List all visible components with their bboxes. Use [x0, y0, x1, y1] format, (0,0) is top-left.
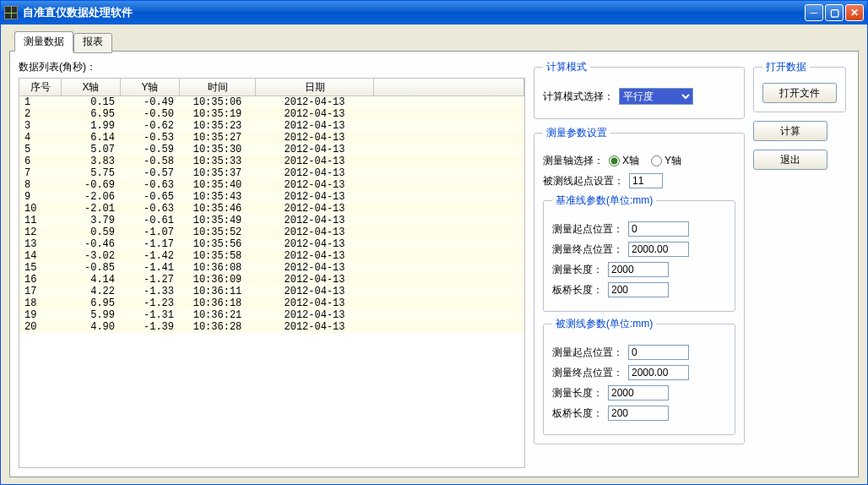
axis-x-radio[interactable]: [609, 155, 620, 166]
base-len-input[interactable]: [608, 262, 669, 277]
col-header-y[interactable]: Y轴: [121, 79, 180, 95]
table-row[interactable]: 9 -2.06 -0.6510:35:432012-04-13: [19, 191, 524, 203]
axis-x-option[interactable]: X轴: [609, 154, 639, 168]
data-grid: 序号 X轴 Y轴 时间 日期 1 0.15 -0.4910:35:062012-…: [19, 78, 525, 468]
calc-mode-label: 计算模式选择：: [543, 90, 614, 104]
target-len-input[interactable]: [608, 385, 669, 401]
table-row[interactable]: 20 4.90 -1.3910:36:282012-04-13: [19, 321, 524, 333]
cell-x: -2.06: [62, 191, 121, 203]
col-header-time[interactable]: 时间: [180, 79, 256, 95]
cell-index: 1: [19, 96, 62, 108]
cell-time: 10:36:08: [180, 262, 256, 274]
tab-measure-data[interactable]: 测量数据: [14, 31, 73, 52]
table-row[interactable]: 18 6.95 -1.2310:36:182012-04-13: [19, 297, 524, 309]
base-start-input[interactable]: [628, 221, 689, 237]
table-row[interactable]: 6 3.83 -0.5810:35:332012-04-13: [19, 155, 524, 167]
table-row[interactable]: 16 4.14 -1.2710:36:092012-04-13: [19, 274, 524, 286]
cell-x: 5.75: [62, 167, 121, 179]
cell-x: 4.22: [62, 286, 121, 297]
maximize-button[interactable]: ▢: [825, 4, 844, 21]
axis-y-radio[interactable]: [651, 155, 662, 166]
base-bridge-input[interactable]: [608, 282, 669, 297]
cell-x: -2.01: [62, 203, 121, 215]
meas-params-legend: 测量参数设置: [543, 126, 610, 140]
cell-time: 10:35:46: [180, 203, 256, 215]
cell-date: 2012-04-13: [256, 215, 374, 226]
tab-report[interactable]: 报表: [73, 33, 112, 53]
col-header-index[interactable]: 序号: [19, 79, 62, 95]
cell-index: 17: [19, 286, 62, 297]
table-row[interactable]: 17 4.22 -1.3310:36:112012-04-13: [19, 286, 524, 297]
table-row[interactable]: 2 6.95 -0.5010:35:192012-04-13: [19, 108, 524, 120]
cell-y: -0.59: [121, 144, 180, 155]
axis-y-option[interactable]: Y轴: [651, 154, 681, 168]
exit-button[interactable]: 退出: [753, 150, 827, 170]
cell-index: 5: [19, 144, 62, 155]
cell-x: 1.99: [62, 120, 121, 132]
cell-y: -0.53: [121, 132, 180, 144]
table-row[interactable]: 14 -3.02 -1.4210:35:582012-04-13: [19, 250, 524, 262]
table-row[interactable]: 4 6.14 -0.5310:35:272012-04-13: [19, 132, 524, 144]
title-bar: 自准直仪数据处理软件 ─ ▢ ✕: [1, 1, 867, 25]
table-row[interactable]: 7 5.75 -0.5710:35:372012-04-13: [19, 167, 524, 179]
cell-date: 2012-04-13: [256, 108, 374, 120]
data-list-caption: 数据列表(角秒)：: [19, 60, 525, 74]
cell-index: 14: [19, 250, 62, 262]
baseline-legend: 基准线参数(单位:mm): [552, 193, 656, 208]
base-bridge-label: 板桥长度：: [552, 283, 603, 297]
minimize-button[interactable]: ─: [805, 4, 823, 21]
cell-time: 10:35:49: [180, 215, 256, 226]
cell-time: 10:35:52: [180, 226, 256, 238]
cell-x: -0.69: [62, 179, 121, 191]
cell-date: 2012-04-13: [256, 309, 374, 321]
cell-y: -0.57: [121, 167, 180, 179]
cell-date: 2012-04-13: [256, 274, 374, 286]
cell-x: -3.02: [62, 250, 121, 262]
table-row[interactable]: 1 0.15 -0.4910:35:062012-04-13: [19, 96, 524, 108]
cell-time: 10:35:23: [180, 120, 256, 132]
table-row[interactable]: 3 1.99 -0.6210:35:232012-04-13: [19, 120, 524, 132]
meas-params-group: 测量参数设置 测量轴选择： X轴 Y轴 被测线起点设置： 基准线参数(单位:mm…: [534, 126, 745, 444]
table-row[interactable]: 5 5.07 -0.5910:35:302012-04-13: [19, 144, 524, 155]
table-row[interactable]: 8 -0.69 -0.6310:35:402012-04-13: [19, 179, 524, 191]
target-start-input[interactable]: [628, 345, 689, 360]
col-header-date[interactable]: 日期: [256, 79, 374, 95]
table-row[interactable]: 13 -0.46 -1.1710:35:562012-04-13: [19, 238, 524, 250]
calc-mode-select[interactable]: 平行度: [619, 88, 693, 105]
cell-x: 0.59: [62, 226, 121, 238]
table-row[interactable]: 10 -2.01 -0.6310:35:462012-04-13: [19, 203, 524, 215]
cell-y: -1.39: [121, 321, 180, 333]
open-data-group: 打开数据 打开文件: [753, 60, 846, 112]
calc-button[interactable]: 计算: [753, 121, 827, 141]
cell-date: 2012-04-13: [256, 155, 374, 167]
cell-date: 2012-04-13: [256, 144, 374, 155]
table-row[interactable]: 12 0.59 -1.0710:35:522012-04-13: [19, 226, 524, 238]
close-button[interactable]: ✕: [845, 4, 864, 21]
cell-x: 4.90: [62, 321, 121, 333]
grid-body: 1 0.15 -0.4910:35:062012-04-132 6.95 -0.…: [19, 96, 524, 333]
app-icon: [4, 6, 18, 19]
base-end-input[interactable]: [628, 242, 689, 257]
table-row[interactable]: 15 -0.85 -1.4110:36:082012-04-13: [19, 262, 524, 274]
target-end-input[interactable]: [628, 365, 689, 380]
cell-time: 10:36:18: [180, 297, 256, 309]
target-bridge-label: 板桥长度：: [552, 406, 603, 421]
cell-index: 11: [19, 215, 62, 226]
cell-date: 2012-04-13: [256, 321, 374, 333]
start-point-label: 被测线起点设置：: [543, 174, 624, 188]
target-bridge-input[interactable]: [608, 406, 669, 421]
cell-x: 4.14: [62, 274, 121, 286]
cell-time: 10:36:28: [180, 321, 256, 333]
cell-time: 10:35:37: [180, 167, 256, 179]
cell-x: -0.46: [62, 238, 121, 250]
cell-date: 2012-04-13: [256, 191, 374, 203]
start-point-input[interactable]: [629, 173, 663, 188]
table-row[interactable]: 19 5.99 -1.3110:36:212012-04-13: [19, 309, 524, 321]
settings-column: 计算模式 计算模式选择： 平行度 测量参数设置 测量轴选择： X轴: [534, 60, 745, 468]
col-header-x[interactable]: X轴: [62, 79, 121, 95]
cell-date: 2012-04-13: [256, 286, 374, 297]
table-row[interactable]: 11 3.79 -0.6110:35:492012-04-13: [19, 215, 524, 226]
open-file-button[interactable]: 打开文件: [762, 83, 837, 103]
cell-y: -1.07: [121, 226, 180, 238]
cell-y: -0.65: [121, 191, 180, 203]
